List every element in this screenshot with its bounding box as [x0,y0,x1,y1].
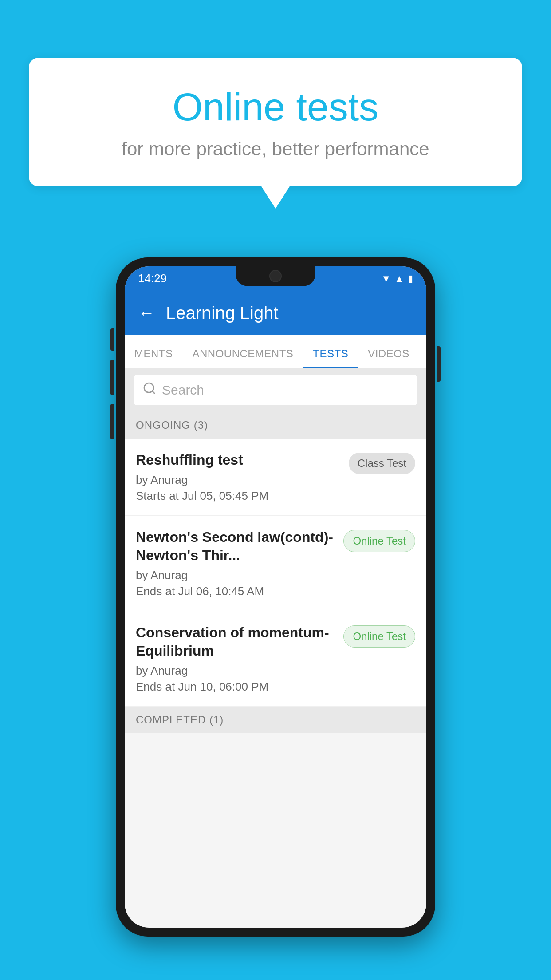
test-title: Reshuffling test [136,451,340,470]
test-title: Conservation of momentum-Equilibrium [136,624,335,660]
phone-screen: 14:29 ▼ ▲ ▮ ← Learning Light MENTS [125,266,426,928]
test-date: Starts at Jul 05, 05:45 PM [136,489,340,503]
test-badge-online: Online Test [343,530,415,552]
test-info: Reshuffling test by Anurag Starts at Jul… [136,451,340,503]
search-container: Search [125,368,426,412]
svg-point-0 [144,383,153,392]
test-date: Ends at Jun 10, 06:00 PM [136,680,335,694]
phone-volume-mute-button [110,328,114,351]
status-time: 14:29 [138,272,167,285]
back-button[interactable]: ← [138,304,155,323]
phone-power-button [437,346,441,382]
test-badge-class: Class Test [349,453,415,474]
completed-label: COMPLETED (1) [136,714,224,726]
test-list: Reshuffling test by Anurag Starts at Jul… [125,439,426,707]
test-author: by Anurag [136,569,335,582]
ongoing-label: ONGOING (3) [136,419,208,431]
test-item[interactable]: Newton's Second law(contd)-Newton's Thir… [125,516,426,611]
test-date: Ends at Jul 06, 10:45 AM [136,585,335,598]
phone-frame: 14:29 ▼ ▲ ▮ ← Learning Light MENTS [116,257,435,937]
completed-section-header: COMPLETED (1) [125,707,426,733]
speech-bubble-area: Online tests for more practice, better p… [29,58,522,186]
test-author: by Anurag [136,664,335,678]
phone-volume-up-button [110,360,114,395]
test-item[interactable]: Reshuffling test by Anurag Starts at Jul… [125,439,426,516]
test-badge-online-2: Online Test [343,625,415,648]
test-title: Newton's Second law(contd)-Newton's Thir… [136,528,335,565]
ongoing-section-header: ONGOING (3) [125,412,426,439]
app-title: Learning Light [166,303,279,323]
search-icon [142,381,157,399]
page-background: Online tests for more practice, better p… [0,0,551,980]
test-author: by Anurag [136,473,340,487]
tab-assignments[interactable]: MENTS [125,348,183,368]
test-item[interactable]: Conservation of momentum-Equilibrium by … [125,611,426,707]
test-info: Conservation of momentum-Equilibrium by … [136,624,335,694]
wifi-icon: ▼ [381,273,391,285]
app-header: ← Learning Light [125,291,426,335]
svg-line-1 [152,391,155,394]
tab-videos[interactable]: VIDEOS [358,348,419,368]
tabs-bar: MENTS ANNOUNCEMENTS TESTS VIDEOS [125,335,426,368]
test-info: Newton's Second law(contd)-Newton's Thir… [136,528,335,598]
status-icons: ▼ ▲ ▮ [381,273,413,285]
phone-camera [269,270,282,282]
signal-icon: ▲ [394,273,404,285]
search-placeholder: Search [162,383,204,398]
bubble-subtitle: for more practice, better performance [64,138,487,160]
bubble-title: Online tests [64,84,487,130]
search-box[interactable]: Search [134,375,417,405]
battery-icon: ▮ [408,273,413,285]
phone-notch [236,266,315,286]
phone-container: 14:29 ▼ ▲ ▮ ← Learning Light MENTS [116,257,435,937]
tab-tests[interactable]: TESTS [303,348,358,368]
phone-volume-down-button [110,404,114,439]
speech-bubble: Online tests for more practice, better p… [29,58,522,186]
tab-announcements[interactable]: ANNOUNCEMENTS [183,348,303,368]
